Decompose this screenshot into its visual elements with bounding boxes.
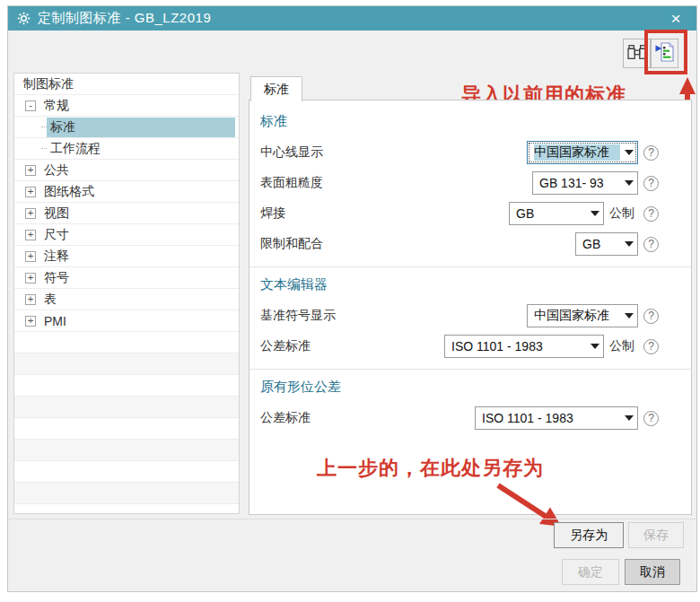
chevron-down-icon [625,180,634,186]
expand-icon[interactable]: + [25,273,36,284]
section-divider [249,266,691,267]
expand-icon[interactable]: + [25,316,36,327]
field-row-datum-symbol: 基准符号显示 中国国家标准 ? [260,304,680,327]
field-row-centerline-display: 中心线显示 中国国家标准 ? [260,141,680,164]
field-row-welding: 焊接 GB 公制 ? [260,202,680,225]
help-icon[interactable]: ? [643,176,659,191]
chevron-down-icon [625,241,634,247]
field-label: 基准符号显示 [260,308,336,324]
drafting-standards-tree: 制图标准 - 常规 标准 工作流程 + 公共 + 图纸格式 + 视图 + 尺寸 [13,73,240,514]
expand-icon[interactable]: + [25,294,36,305]
tolerance-standard-select[interactable]: ISO 1101 - 1983 [444,335,604,358]
field-label: 表面粗糙度 [260,175,323,191]
expand-icon[interactable]: + [25,165,36,176]
tree-item-common[interactable]: + 公共 [14,160,239,181]
tree-item-views[interactable]: + 视图 [14,203,239,224]
cancel-button[interactable]: 取消 [625,559,680,585]
tree-empty-row [14,483,239,504]
tree-empty-row [14,397,239,418]
settings-panel: 标准 中心线显示 中国国家标准 ? 表面粗糙度 GB 131- 93 ? 焊接 … [249,100,692,515]
chevron-down-icon [591,211,599,216]
field-row-limits-fits: 限制和配合 GB ? [260,232,680,256]
welding-select[interactable]: GB [509,202,604,225]
legacy-tolerance-standard-select[interactable]: ISO 1101 - 1983 [475,406,638,430]
field-label: 限制和配合 [260,236,323,252]
tree-item-annotations[interactable]: + 注释 [14,246,239,267]
tree-item-tables[interactable]: + 表 [14,289,239,310]
gear-icon [17,12,31,25]
field-row-legacy-tolerance-standard: 公差标准 ISO 1101 - 1983 ? [260,406,680,430]
tree-empty-row [14,461,239,483]
collapse-icon[interactable]: - [25,100,36,111]
field-label: 公差标准 [260,410,311,426]
tree-item-pmi[interactable]: + PMI [14,310,239,332]
tree-connector-stub [41,148,47,149]
field-row-tolerance-standard: 公差标准 ISO 1101 - 1983 公制 ? [260,335,680,358]
title-bar[interactable]: 定制制图标准 - GB_LZ2019 × [8,6,696,31]
tree-empty-row [14,418,239,440]
datum-symbol-select[interactable]: 中国国家标准 [527,304,638,327]
tree-empty-row [14,332,239,353]
tab-standard[interactable]: 标准 [250,76,302,101]
save-as-note-annotation: 上一步的，在此处另存为 [317,455,544,482]
field-label: 焊接 [260,205,285,222]
save-as-button[interactable]: 另存为 [554,522,624,548]
surface-finish-select[interactable]: GB 131- 93 [532,171,638,195]
save-button[interactable]: 保存 [628,522,684,548]
help-icon[interactable]: ? [643,145,659,161]
footer-divider [8,519,696,519]
tree-empty-row [14,375,239,397]
field-label: 中心线显示 [260,144,323,161]
close-icon[interactable]: × [664,7,687,31]
units-label: 公制 [609,338,634,354]
help-icon[interactable]: ? [643,206,659,222]
tree-connector-stub [41,127,47,127]
tree-empty-row [14,353,239,375]
section-title-retained-gdt: 原有形位公差 [260,379,680,396]
tree-item-general[interactable]: - 常规 [14,95,239,117]
tree-item-drafting-standard[interactable]: 制图标准 [14,74,239,95]
dialog-title: 定制制图标准 - GB_LZ2019 [38,10,664,27]
tree-item-standard[interactable]: 标准 [14,117,239,138]
help-icon[interactable]: ? [643,339,659,354]
expand-icon[interactable]: + [25,187,36,197]
field-row-surface-finish: 表面粗糙度 GB 131- 93 ? [260,171,680,195]
field-label: 公差标准 [260,338,311,354]
section-title-text-editor: 文本编辑器 [260,276,680,293]
chevron-down-icon [625,415,634,421]
section-divider [249,369,691,370]
help-icon[interactable]: ? [643,411,659,426]
customize-drafting-standard-dialog: 定制制图标准 - GB_LZ2019 × 导入以前用的标 [7,5,697,592]
chevron-down-icon [625,150,634,155]
centerline-display-select[interactable]: 中国国家标准 [527,141,638,164]
expand-icon[interactable]: + [25,251,36,262]
tree-item-sheet-format[interactable]: + 图纸格式 [14,181,239,203]
tree-empty-row [14,504,239,514]
help-icon[interactable]: ? [643,237,659,252]
ok-button[interactable]: 确定 [562,559,619,585]
import-highlight-annotation [644,30,687,74]
tree-item-symbols[interactable]: + 符号 [14,267,239,289]
tree-item-workflow[interactable]: 工作流程 [14,138,239,160]
section-title-standard: 标准 [260,113,680,130]
expand-icon[interactable]: + [25,208,36,219]
units-label: 公制 [609,205,634,222]
chevron-down-icon [625,313,634,318]
expand-icon[interactable]: + [25,230,36,240]
help-icon[interactable]: ? [643,309,659,324]
tree-item-dimensions[interactable]: + 尺寸 [14,224,239,246]
tree-empty-row [14,440,239,461]
chevron-down-icon [591,344,599,349]
limits-fits-select[interactable]: GB [575,232,638,256]
